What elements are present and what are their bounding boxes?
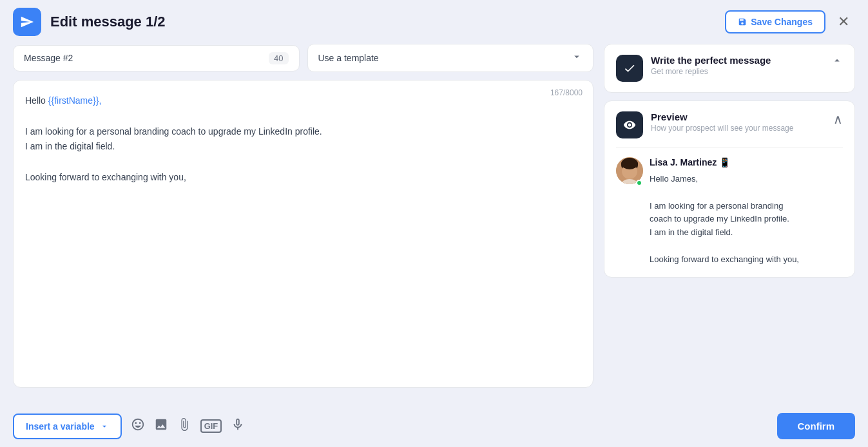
hello-text: Hello: [25, 95, 48, 106]
preview-body-line3: I am in the digital field.: [650, 226, 843, 240]
message-editor[interactable]: 167/8000 Hello {{firstName}}, I am looki…: [13, 80, 593, 388]
line1: I am looking for a personal branding coa…: [25, 124, 581, 140]
preview-panel: Preview How your prospect will see your …: [604, 100, 855, 278]
preview-panel-text: Preview How your prospect will see your …: [651, 111, 810, 133]
online-indicator: [636, 180, 642, 186]
write-panel: Write the perfect message Get more repli…: [604, 44, 855, 93]
preview-panel-header: Preview How your prospect will see your …: [616, 111, 843, 138]
template-dropdown[interactable]: Use a template: [307, 44, 594, 72]
template-placeholder-text: Use a template: [318, 53, 379, 63]
insert-var-label: Insert a variable: [26, 421, 95, 432]
write-panel-subtitle: Get more replies: [651, 67, 824, 76]
preview-body-line5: Looking forward to exchanging with you,: [650, 253, 843, 267]
gif-label: GIF: [204, 421, 218, 431]
toolbar-icons: GIF: [131, 417, 246, 435]
write-panel-collapse[interactable]: [831, 55, 843, 70]
char-info: 167/8000: [550, 88, 583, 97]
mic-icon[interactable]: [231, 417, 245, 435]
header: Edit message 1/2 Save Changes ✕: [0, 0, 868, 44]
emoji-icon[interactable]: [131, 417, 145, 435]
bottom-left: Insert a variable GIF: [13, 414, 245, 439]
preview-divider: [616, 147, 843, 148]
preview-content: Lisa J. Martinez 📱 Hello James, I am loo…: [650, 157, 843, 267]
right-column: Write the perfect message Get more repli…: [604, 44, 855, 388]
char-count-badge: 40: [269, 52, 288, 64]
header-right: Save Changes ✕: [725, 10, 855, 33]
gif-icon[interactable]: GIF: [200, 419, 222, 433]
confirm-label: Confirm: [798, 421, 835, 432]
main-content: Message #2 40 Use a template 167/8000 He…: [0, 44, 868, 401]
svg-point-3: [621, 158, 638, 169]
preview-panel-icon: [616, 111, 643, 138]
save-changes-label: Save Changes: [751, 17, 813, 27]
message-body[interactable]: Hello {{firstName}}, I am looking for a …: [25, 91, 581, 377]
preview-panel-subtitle: How your prospect will see your message: [651, 124, 810, 133]
preview-panel-title: Preview: [651, 111, 810, 122]
attachment-icon[interactable]: [177, 417, 191, 435]
firstname-variable: {{firstName}},: [48, 95, 102, 106]
avatar-wrap: [616, 157, 643, 187]
page-title: Edit message 1/2: [50, 14, 166, 30]
logo-icon: [13, 8, 41, 36]
image-icon[interactable]: [154, 417, 168, 435]
preview-message-area: Lisa J. Martinez 📱 Hello James, I am loo…: [616, 157, 843, 267]
preview-body-line1: I am looking for a personal branding: [650, 200, 843, 213]
preview-greeting: Hello James,: [650, 173, 843, 186]
write-panel-text: Write the perfect message Get more repli…: [651, 55, 824, 76]
line2: I am in the digital field.: [25, 139, 581, 155]
line3: Looking forward to exchanging with you,: [25, 170, 581, 185]
write-panel-icon: [616, 55, 643, 82]
preview-panel-expand[interactable]: ∧: [818, 111, 843, 127]
preview-body: Hello James, I am looking for a personal…: [650, 173, 843, 267]
write-panel-header: Write the perfect message Get more repli…: [616, 55, 843, 82]
bottom-bar: Insert a variable GIF: [0, 405, 868, 447]
insert-variable-button[interactable]: Insert a variable: [13, 414, 122, 439]
message-label: Message #2: [24, 53, 73, 63]
save-changes-button[interactable]: Save Changes: [725, 10, 825, 33]
toolbar-row: Message #2 40 Use a template: [13, 44, 593, 72]
close-button[interactable]: ✕: [832, 10, 855, 33]
chevron-down-icon: [571, 51, 583, 65]
confirm-button[interactable]: Confirm: [777, 413, 856, 439]
message-label-box: Message #2 40: [13, 45, 300, 71]
preview-body-line2: coach to upgrade my LinkedIn profile.: [650, 213, 843, 226]
header-left: Edit message 1/2: [13, 8, 166, 36]
greeting-line: Hello {{firstName}},: [25, 93, 581, 109]
sender-name: Lisa J. Martinez 📱: [650, 157, 843, 167]
write-panel-title: Write the perfect message: [651, 55, 824, 66]
left-column: Message #2 40 Use a template 167/8000 He…: [13, 44, 593, 388]
